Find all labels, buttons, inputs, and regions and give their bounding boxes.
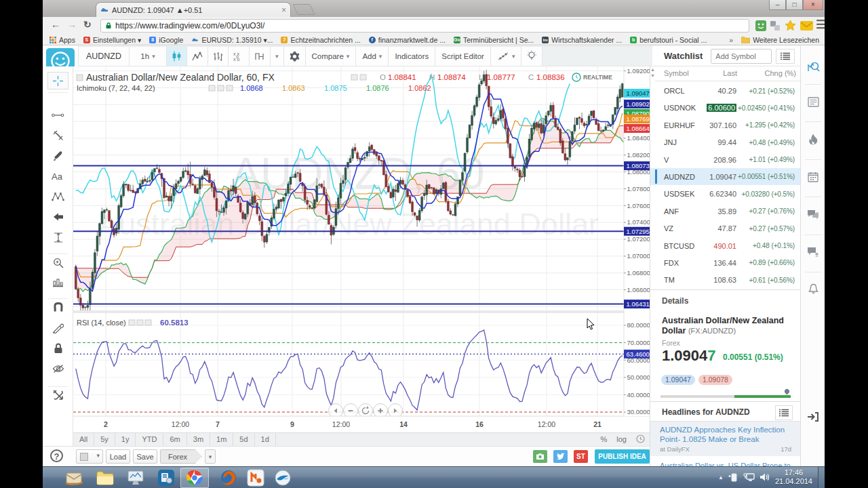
menu-hamburger-icon[interactable]: ☰ — [816, 18, 825, 32]
watchlist-row-EURHUF[interactable]: EURHUF307.160+1.295 (+0.42%) — [650, 117, 800, 134]
pitchfork-tool-button[interactable] — [43, 126, 73, 145]
bookmark-echtzeitnachrichten[interactable]: 7Echtzeitnachrichten ... — [281, 36, 360, 44]
legend-button[interactable] — [360, 75, 366, 80]
chart-style-more-button[interactable]: ▾ — [271, 47, 284, 66]
trend-line-tool-button[interactable] — [43, 106, 73, 125]
bookmark-apps[interactable]: Apps — [50, 36, 75, 44]
load-button[interactable]: Load — [106, 449, 130, 464]
help-button[interactable]: ? — [50, 449, 63, 462]
window-close-button[interactable]: × — [803, 0, 823, 10]
legend-button[interactable] — [137, 320, 143, 325]
bookmark-eurusd[interactable]: EURUSD: 1.35910 ▾... — [191, 36, 273, 44]
bookmark-wirtschaftskalender[interactable]: InvWirtschaftskalender ... — [542, 36, 622, 44]
taskbar-settings-app-icon[interactable] — [156, 469, 176, 487]
crosshair-tool-button[interactable] — [47, 72, 68, 89]
layout-caret-button[interactable]: ▾ — [205, 449, 216, 464]
headline-link[interactable]: AUDNZD Approaches Key Inflection Point- … — [660, 425, 794, 444]
add-symbol-input[interactable] — [711, 49, 772, 64]
legend-button[interactable] — [218, 85, 224, 91]
bookmark-berufstouri[interactable]: bberufstouri - Social ... — [630, 36, 707, 44]
object-tree-tool-button[interactable] — [43, 385, 73, 404]
save-button[interactable]: Save — [133, 449, 157, 464]
legend-collapse-icon[interactable] — [77, 75, 83, 81]
col-chng[interactable]: Chng (%) — [765, 69, 796, 77]
taskbar-explorer-icon[interactable] — [95, 469, 115, 487]
watchlist-row-JNJ[interactable]: JNJ99.44+0.48 (+0.49%) — [650, 134, 800, 150]
window-maximize-button[interactable]: □ — [786, 0, 803, 10]
screener-search-button[interactable] — [801, 56, 825, 77]
ideas-flame-button[interactable] — [801, 129, 825, 149]
watchlist-row-AUDNZD[interactable]: AUDNZD1.09047+0.00551 (+0.51%) — [650, 168, 800, 185]
twitter-button[interactable] — [553, 450, 568, 463]
mail-icon[interactable] — [800, 21, 813, 30]
headline-item[interactable]: Australian Dollar vs. US Dollar Prone to — [650, 458, 800, 466]
range-3m[interactable]: 3m — [187, 433, 210, 446]
new-tab-button[interactable] — [292, 4, 315, 15]
legend-button[interactable] — [351, 75, 357, 80]
range-1m[interactable]: 1m — [210, 433, 233, 446]
chart-properties-button[interactable] — [284, 47, 306, 66]
chart-area[interactable]: AUDNZD, 60Australian Dollar/New Zealand … — [73, 66, 650, 432]
xabcd-pattern-tool-button[interactable] — [43, 187, 73, 206]
arrow-tool-button[interactable] — [43, 207, 73, 226]
lock-tool-button[interactable] — [43, 339, 73, 358]
magnet-tool-button[interactable] — [43, 298, 73, 317]
calendar-button[interactable] — [801, 167, 825, 187]
range-5y[interactable]: 5y — [94, 433, 115, 446]
chart-nav-buttons[interactable] — [329, 404, 403, 418]
scale-log[interactable]: log — [612, 433, 631, 446]
text-tool-button[interactable]: Aa — [43, 167, 73, 186]
drawing-mode-tool-button[interactable] — [43, 319, 73, 338]
pane-separator[interactable] — [73, 310, 650, 313]
range-YTD[interactable]: YTD — [136, 433, 163, 446]
zoom-tool-button[interactable] — [43, 253, 73, 272]
other-bookmarks-folder[interactable]: Weitere Lesezeichen — [741, 36, 819, 44]
watchlist-row-BTCUSD[interactable]: BTCUSD490.01+0.48 (+0.1%) — [650, 237, 800, 254]
tray-volume-icon[interactable] — [760, 472, 770, 482]
chart-style-step-button[interactable] — [250, 47, 271, 66]
tray-power-icon[interactable] — [728, 472, 738, 482]
bookmark-star-icon[interactable] — [785, 20, 796, 31]
chat-button[interactable] — [801, 205, 825, 225]
symbol-input[interactable]: AUDNZD — [79, 47, 130, 66]
col-last[interactable]: Last — [700, 69, 737, 77]
range-6m[interactable]: 6m — [163, 433, 186, 446]
taskbar-openoffice-icon[interactable] — [273, 469, 293, 487]
scale-percent[interactable]: % — [596, 433, 612, 446]
chart-style-bars-button[interactable] — [208, 47, 229, 66]
tab-close-icon[interactable]: × — [281, 7, 286, 14]
headline-link[interactable]: Australian Dollar vs. US Dollar Prone to — [660, 461, 794, 466]
add-button[interactable]: Add▾ — [356, 47, 389, 66]
watchlist-row-VZ[interactable]: VZ47.87+0.27 (+0.57%) — [650, 220, 800, 237]
watchlist-row-ORCL[interactable]: ORCL40.29+0.21 (+0.52%) — [650, 82, 800, 99]
show-desktop-button[interactable] — [818, 467, 825, 488]
watchlist-row-TM[interactable]: TM108.63+0.61 (+0.56%) — [650, 271, 800, 288]
hide-panel-button[interactable] — [801, 407, 825, 427]
watchlist-row-USDSEK[interactable]: USDSEK6.62340+0.03280 (+0.5%) — [650, 185, 800, 202]
watchlist-row-ANF[interactable]: ANF35.89+0.27 (+0.76%) — [650, 203, 800, 220]
chart-style-pnf-button[interactable]: x xox o — [229, 47, 250, 66]
ideas-bulb-button[interactable] — [521, 47, 542, 66]
legend-button[interactable] — [226, 85, 233, 91]
headline-item[interactable]: AUDNZD Approaches Key Inflection Point- … — [650, 421, 800, 456]
legend-button[interactable] — [145, 320, 151, 325]
taskbar-mail-icon[interactable] — [64, 469, 85, 487]
back-icon[interactable]: ← — [51, 19, 60, 30]
interval-select[interactable]: 1h▾ — [130, 47, 167, 66]
watchlist-row-V[interactable]: V208.96+1.01 (+0.49%) — [650, 151, 800, 168]
script-editor-button[interactable]: Script Editor — [435, 47, 491, 66]
headlines-menu-button[interactable] — [775, 405, 793, 420]
bookmarks-overflow-chevron[interactable]: » — [729, 36, 733, 44]
public-chat-button[interactable] — [801, 241, 825, 262]
taskbar-clock[interactable]: 17:4621.04.2014 — [775, 468, 812, 486]
session-clock-icon[interactable] — [636, 434, 645, 443]
taskbar-monitor-icon[interactable] — [125, 469, 146, 487]
snapshot-button[interactable] — [533, 450, 547, 463]
stocktwits-button[interactable]: ST — [574, 450, 588, 463]
legend-button[interactable] — [129, 320, 135, 325]
brush-tool-button[interactable] — [43, 146, 73, 165]
bookmark-terminuebersicht[interactable]: GoTerminübersicht | Se... — [454, 36, 534, 44]
indicators-button[interactable]: Indicators — [389, 47, 435, 66]
browser-tab[interactable]: AUDNZD: 1.09047 ▲+0.51 × — [96, 2, 291, 17]
alerts-bell-button[interactable] — [801, 279, 825, 299]
